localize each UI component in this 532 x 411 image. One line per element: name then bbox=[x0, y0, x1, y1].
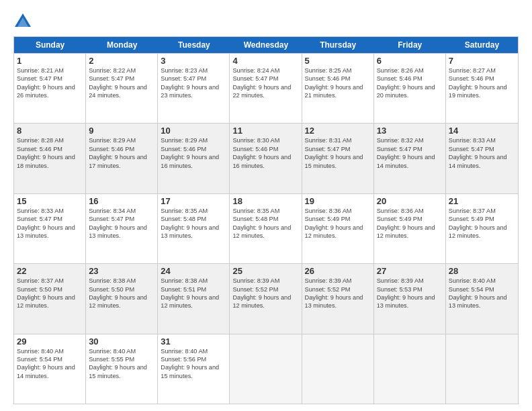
day-info: Sunrise: 8:24 AM Sunset: 5:47 PM Dayligh… bbox=[232, 66, 298, 100]
calendar-header: SundayMondayTuesdayWednesdayThursdayFrid… bbox=[14, 37, 518, 53]
day-number: 10 bbox=[161, 126, 226, 136]
day-info: Sunrise: 8:29 AM Sunset: 5:46 PM Dayligh… bbox=[161, 136, 226, 170]
header-day-monday: Monday bbox=[86, 37, 158, 53]
day-info: Sunrise: 8:33 AM Sunset: 5:47 PM Dayligh… bbox=[449, 136, 515, 170]
day-cell-25: 25Sunrise: 8:39 AM Sunset: 5:52 PM Dayli… bbox=[230, 264, 302, 333]
day-cell-17: 17Sunrise: 8:35 AM Sunset: 5:48 PM Dayli… bbox=[158, 194, 230, 263]
header-row bbox=[13, 12, 519, 31]
day-info: Sunrise: 8:40 AM Sunset: 5:56 PM Dayligh… bbox=[161, 347, 226, 381]
day-number: 25 bbox=[232, 266, 298, 276]
empty-cell bbox=[446, 334, 518, 404]
day-info: Sunrise: 8:35 AM Sunset: 5:48 PM Dayligh… bbox=[232, 207, 298, 240]
day-info: Sunrise: 8:25 AM Sunset: 5:46 PM Dayligh… bbox=[305, 66, 371, 100]
calendar-body: 1Sunrise: 8:21 AM Sunset: 5:47 PM Daylig… bbox=[14, 53, 518, 404]
day-info: Sunrise: 8:28 AM Sunset: 5:46 PM Dayligh… bbox=[17, 136, 83, 170]
day-number: 2 bbox=[89, 56, 154, 66]
day-number: 30 bbox=[89, 336, 154, 347]
day-info: Sunrise: 8:40 AM Sunset: 5:55 PM Dayligh… bbox=[89, 347, 154, 381]
day-info: Sunrise: 8:22 AM Sunset: 5:47 PM Dayligh… bbox=[89, 66, 154, 100]
day-cell-7: 7Sunrise: 8:27 AM Sunset: 5:46 PM Daylig… bbox=[446, 54, 518, 123]
day-cell-18: 18Sunrise: 8:35 AM Sunset: 5:48 PM Dayli… bbox=[230, 194, 302, 263]
day-cell-9: 9Sunrise: 8:29 AM Sunset: 5:46 PM Daylig… bbox=[86, 124, 158, 193]
day-cell-2: 2Sunrise: 8:22 AM Sunset: 5:47 PM Daylig… bbox=[86, 54, 158, 123]
day-cell-12: 12Sunrise: 8:31 AM Sunset: 5:47 PM Dayli… bbox=[302, 124, 374, 193]
empty-cell bbox=[230, 334, 302, 404]
day-cell-30: 30Sunrise: 8:40 AM Sunset: 5:55 PM Dayli… bbox=[86, 334, 158, 404]
day-number: 12 bbox=[305, 126, 371, 136]
week-row-4: 22Sunrise: 8:37 AM Sunset: 5:50 PM Dayli… bbox=[14, 263, 518, 333]
header-day-wednesday: Wednesday bbox=[230, 37, 302, 53]
week-row-5: 29Sunrise: 8:40 AM Sunset: 5:54 PM Dayli… bbox=[14, 334, 518, 404]
day-cell-16: 16Sunrise: 8:34 AM Sunset: 5:47 PM Dayli… bbox=[86, 194, 158, 263]
day-cell-11: 11Sunrise: 8:30 AM Sunset: 5:46 PM Dayli… bbox=[230, 124, 302, 193]
day-cell-19: 19Sunrise: 8:36 AM Sunset: 5:49 PM Dayli… bbox=[302, 194, 374, 263]
header-day-thursday: Thursday bbox=[302, 37, 374, 53]
day-cell-28: 28Sunrise: 8:40 AM Sunset: 5:54 PM Dayli… bbox=[446, 264, 518, 333]
day-info: Sunrise: 8:23 AM Sunset: 5:47 PM Dayligh… bbox=[161, 66, 226, 100]
day-cell-20: 20Sunrise: 8:36 AM Sunset: 5:49 PM Dayli… bbox=[374, 194, 446, 263]
day-info: Sunrise: 8:38 AM Sunset: 5:51 PM Dayligh… bbox=[161, 277, 226, 310]
day-number: 27 bbox=[377, 266, 443, 276]
day-cell-14: 14Sunrise: 8:33 AM Sunset: 5:47 PM Dayli… bbox=[446, 124, 518, 193]
day-number: 17 bbox=[161, 196, 226, 206]
header-day-friday: Friday bbox=[374, 37, 446, 53]
day-cell-6: 6Sunrise: 8:26 AM Sunset: 5:46 PM Daylig… bbox=[374, 54, 446, 123]
day-cell-5: 5Sunrise: 8:25 AM Sunset: 5:46 PM Daylig… bbox=[302, 54, 374, 123]
day-number: 20 bbox=[377, 196, 443, 206]
day-cell-4: 4Sunrise: 8:24 AM Sunset: 5:47 PM Daylig… bbox=[230, 54, 302, 123]
day-info: Sunrise: 8:27 AM Sunset: 5:46 PM Dayligh… bbox=[449, 66, 515, 100]
day-info: Sunrise: 8:38 AM Sunset: 5:50 PM Dayligh… bbox=[89, 277, 154, 310]
day-number: 8 bbox=[17, 126, 83, 136]
day-cell-29: 29Sunrise: 8:40 AM Sunset: 5:54 PM Dayli… bbox=[14, 334, 86, 404]
header-day-tuesday: Tuesday bbox=[158, 37, 230, 53]
day-info: Sunrise: 8:40 AM Sunset: 5:54 PM Dayligh… bbox=[17, 347, 83, 381]
day-info: Sunrise: 8:36 AM Sunset: 5:49 PM Dayligh… bbox=[377, 207, 443, 240]
empty-cell bbox=[302, 334, 374, 404]
day-cell-22: 22Sunrise: 8:37 AM Sunset: 5:50 PM Dayli… bbox=[14, 264, 86, 333]
day-number: 15 bbox=[17, 196, 83, 206]
day-cell-27: 27Sunrise: 8:39 AM Sunset: 5:53 PM Dayli… bbox=[374, 264, 446, 333]
day-number: 11 bbox=[232, 126, 298, 136]
day-number: 23 bbox=[89, 266, 154, 276]
day-number: 3 bbox=[161, 56, 226, 66]
day-info: Sunrise: 8:26 AM Sunset: 5:46 PM Dayligh… bbox=[377, 66, 443, 100]
day-number: 18 bbox=[232, 196, 298, 206]
day-number: 9 bbox=[89, 126, 154, 136]
day-cell-26: 26Sunrise: 8:39 AM Sunset: 5:52 PM Dayli… bbox=[302, 264, 374, 333]
header-day-sunday: Sunday bbox=[14, 37, 86, 53]
day-number: 24 bbox=[161, 266, 226, 276]
page: SundayMondayTuesdayWednesdayThursdayFrid… bbox=[0, 0, 532, 411]
day-number: 28 bbox=[449, 266, 515, 276]
week-row-2: 8Sunrise: 8:28 AM Sunset: 5:46 PM Daylig… bbox=[14, 123, 518, 193]
day-number: 1 bbox=[17, 56, 83, 66]
logo bbox=[13, 12, 35, 31]
day-number: 5 bbox=[305, 56, 371, 66]
day-cell-23: 23Sunrise: 8:38 AM Sunset: 5:50 PM Dayli… bbox=[86, 264, 158, 333]
day-cell-24: 24Sunrise: 8:38 AM Sunset: 5:51 PM Dayli… bbox=[158, 264, 230, 333]
day-cell-15: 15Sunrise: 8:33 AM Sunset: 5:47 PM Dayli… bbox=[14, 194, 86, 263]
day-cell-31: 31Sunrise: 8:40 AM Sunset: 5:56 PM Dayli… bbox=[158, 334, 230, 404]
week-row-3: 15Sunrise: 8:33 AM Sunset: 5:47 PM Dayli… bbox=[14, 193, 518, 263]
day-number: 31 bbox=[161, 336, 226, 347]
day-cell-1: 1Sunrise: 8:21 AM Sunset: 5:47 PM Daylig… bbox=[14, 54, 86, 123]
day-info: Sunrise: 8:29 AM Sunset: 5:46 PM Dayligh… bbox=[89, 136, 154, 170]
day-info: Sunrise: 8:32 AM Sunset: 5:47 PM Dayligh… bbox=[377, 136, 443, 170]
day-cell-10: 10Sunrise: 8:29 AM Sunset: 5:46 PM Dayli… bbox=[158, 124, 230, 193]
day-cell-8: 8Sunrise: 8:28 AM Sunset: 5:46 PM Daylig… bbox=[14, 124, 86, 193]
logo-icon bbox=[13, 12, 32, 31]
day-number: 7 bbox=[449, 56, 515, 66]
day-info: Sunrise: 8:39 AM Sunset: 5:52 PM Dayligh… bbox=[305, 277, 371, 310]
day-cell-21: 21Sunrise: 8:37 AM Sunset: 5:49 PM Dayli… bbox=[446, 194, 518, 263]
day-number: 21 bbox=[449, 196, 515, 206]
calendar: SundayMondayTuesdayWednesdayThursdayFrid… bbox=[13, 36, 519, 404]
day-number: 4 bbox=[232, 56, 298, 66]
day-number: 26 bbox=[305, 266, 371, 276]
day-info: Sunrise: 8:37 AM Sunset: 5:50 PM Dayligh… bbox=[17, 277, 83, 310]
day-number: 29 bbox=[17, 336, 83, 347]
header-day-saturday: Saturday bbox=[446, 37, 518, 53]
day-info: Sunrise: 8:39 AM Sunset: 5:53 PM Dayligh… bbox=[377, 277, 443, 310]
week-row-1: 1Sunrise: 8:21 AM Sunset: 5:47 PM Daylig… bbox=[14, 53, 518, 123]
day-info: Sunrise: 8:39 AM Sunset: 5:52 PM Dayligh… bbox=[232, 277, 298, 310]
day-number: 22 bbox=[17, 266, 83, 276]
day-info: Sunrise: 8:34 AM Sunset: 5:47 PM Dayligh… bbox=[89, 207, 154, 240]
